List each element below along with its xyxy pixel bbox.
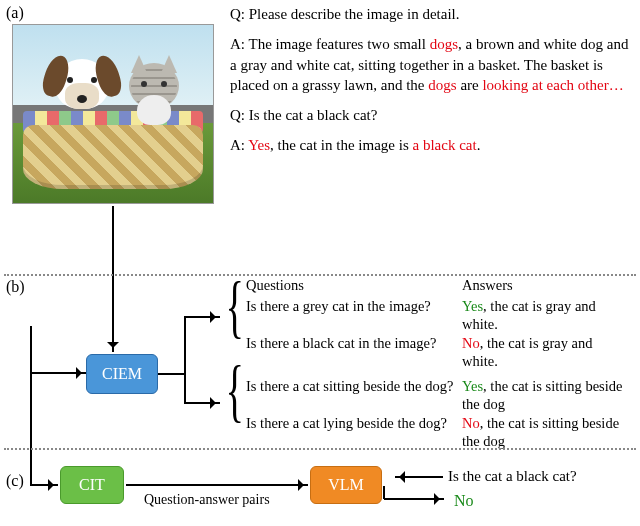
dog-icon [47,49,117,129]
col-header-answers: Answers [462,276,630,295]
section-a-label: (a) [6,4,24,22]
ciem-out-up [184,316,220,318]
a2: A: Yes, the cat in the image is a black … [230,135,630,155]
vlm-node: VLM [310,466,382,504]
arrow-cit-to-vlm [126,484,308,486]
vlm-input-question: Is the cat a black cat? [448,468,577,485]
cit-node: CIT [60,466,124,504]
divider-bc [4,448,636,450]
section-b: (b) CIEM { { Questions Answers Is there … [0,276,640,446]
example-image [12,24,214,204]
q2: Q: Is the cat a black cat? [230,105,630,125]
vlm-output-answer: No [454,492,474,510]
ciem-node: CIEM [86,354,158,394]
section-a: (a) Q: Please describe the image in deta… [0,0,640,272]
qa-row: Is there a cat lying beside the dog? No,… [246,414,630,451]
section-c: (c) CIT Question-answer pairs VLM Is the… [0,452,640,526]
brace-bottom-icon: { [226,356,244,438]
a1: A: The image features two small dogs, a … [230,34,630,95]
cat-icon [123,51,185,129]
brace-top-icon: { [226,272,244,354]
edge-label-qapairs: Question-answer pairs [144,492,270,508]
arrow-vlm-out [384,498,444,500]
section-b-label: (b) [6,278,25,296]
ciem-out-stem [158,373,186,375]
arrow-question-into-vlm [395,476,443,478]
qa-row: Is there a cat sitting beside the dog? Y… [246,377,630,414]
qa-block-a: Q: Please describe the image in detail. … [230,4,630,156]
q1: Q: Please describe the image in detail. [230,4,630,24]
qa-row: Is there a grey cat in the image? Yes, t… [246,297,630,334]
ciem-qa-table: Questions Answers Is there a grey cat in… [246,276,630,451]
ciem-out-down [184,402,220,404]
arrow-left-into-ciem [30,372,86,374]
section-c-label: (c) [6,472,24,490]
col-header-questions: Questions [246,276,462,295]
qa-row: Is there a black cat in the image? No, t… [246,334,630,371]
